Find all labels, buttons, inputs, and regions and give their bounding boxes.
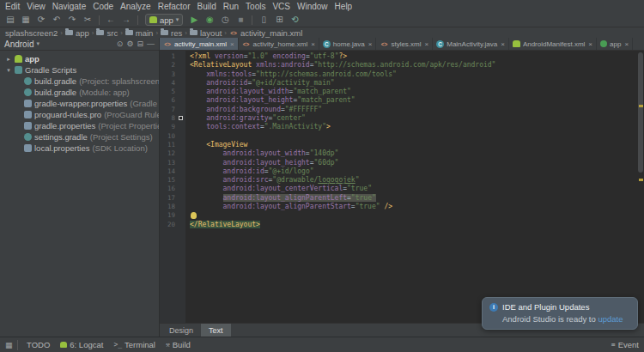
menu-item-edit[interactable]: Edit: [2, 0, 23, 13]
code-line[interactable]: 4 android:id="@+id/activity_main": [160, 79, 644, 88]
line-number[interactable]: 8: [160, 114, 178, 123]
code-line[interactable]: 7 android:background="#FFFFFF": [160, 106, 644, 114]
tree-item[interactable]: ▸app: [0, 53, 159, 64]
code-line[interactable]: 12 android:layout_width="140dp": [160, 149, 644, 158]
tree-item[interactable]: gradle-wrapper.properties(Gradle Version…: [0, 98, 159, 109]
line-number[interactable]: 16: [160, 185, 178, 193]
line-number[interactable]: 14: [160, 167, 178, 176]
editor-tab-activity-main-xml[interactable]: <>activity_main.xml×: [160, 38, 239, 50]
logcat-button[interactable]: 6: Logcat: [60, 340, 103, 349]
menu-item-build[interactable]: Build: [193, 0, 219, 13]
editor-tab-mainactivity-java[interactable]: CMainActivity.java×: [433, 38, 509, 50]
build-button[interactable]: ⚒Build: [166, 340, 191, 349]
menu-item-code[interactable]: Code: [89, 0, 117, 13]
line-number[interactable]: 20: [160, 221, 178, 229]
tree-item[interactable]: gradle.properties(Project Properties): [0, 120, 159, 131]
toolwindow-toggle-icon[interactable]: ▦: [5, 340, 18, 350]
line-number[interactable]: 5: [160, 88, 178, 96]
tree-item[interactable]: proguard-rules.pro(ProGuard Rules for ap…: [0, 109, 159, 120]
gradle-sync-icon[interactable]: ⟲: [288, 13, 301, 27]
line-number[interactable]: 17: [160, 194, 178, 203]
close-tab-icon[interactable]: ×: [368, 40, 373, 48]
line-number[interactable]: 1: [160, 52, 178, 61]
code-line[interactable]: 1<?xml version="1.0" encoding="utf-8"?>: [160, 52, 644, 61]
code-line[interactable]: 3 xmlns:tools="http://schemas.android.co…: [160, 70, 644, 79]
warning-stripe-mark[interactable]: [639, 105, 643, 107]
breadcrumb-item[interactable]: app: [65, 28, 89, 38]
stop-icon[interactable]: ■: [234, 13, 247, 27]
code-line[interactable]: 18 android:layout_alignParentStart="true…: [160, 203, 644, 211]
editor-tab-styles-xml[interactable]: <>styles.xml×: [376, 38, 433, 50]
code-line[interactable]: 13 android:layout_height="60dp": [160, 159, 644, 167]
line-number[interactable]: 3: [160, 70, 178, 79]
redo-icon[interactable]: ↷: [65, 13, 79, 27]
close-tab-icon[interactable]: ×: [588, 40, 592, 48]
line-number[interactable]: 10: [160, 132, 178, 141]
run-icon[interactable]: ▶: [187, 13, 201, 27]
menu-item-vcs[interactable]: VCS: [269, 0, 294, 13]
open-project-icon[interactable]: ▤: [3, 13, 17, 27]
menu-item-window[interactable]: Window: [294, 0, 331, 13]
breadcrumb-item[interactable]: splashscreen2: [5, 28, 58, 38]
tree-item[interactable]: local.properties(SDK Location): [0, 143, 159, 154]
breadcrumb-item[interactable]: src: [96, 28, 118, 38]
line-number[interactable]: 9: [160, 123, 178, 131]
settings-gear-icon[interactable]: ⚙: [126, 39, 133, 48]
code-line[interactable]: 20</RelativeLayout>: [160, 221, 644, 229]
line-number[interactable]: 19: [160, 211, 178, 220]
forward-icon[interactable]: →: [119, 13, 133, 27]
code-line[interactable]: 15 android:src="@drawable/logogojek": [160, 176, 644, 185]
line-number[interactable]: 7: [160, 106, 178, 114]
save-all-icon[interactable]: ▦: [19, 13, 33, 27]
back-icon[interactable]: ←: [104, 13, 118, 27]
menu-item-run[interactable]: Run: [220, 0, 242, 13]
code-line[interactable]: 11 <ImageView: [160, 141, 644, 149]
collapse-all-icon[interactable]: ⊟: [137, 39, 143, 48]
editor-tab-activity-home-xml[interactable]: <>activity_home.xml×: [239, 38, 319, 50]
line-number[interactable]: 15: [160, 176, 178, 185]
editor-tab-androidmanifest-xml[interactable]: AndroidManifest.xml×: [509, 38, 597, 50]
hide-panel-icon[interactable]: —: [147, 39, 155, 48]
line-number[interactable]: 6: [160, 96, 178, 105]
editor-marker[interactable]: [179, 116, 183, 120]
close-tab-icon[interactable]: ×: [624, 40, 629, 48]
terminal-button[interactable]: >_Terminal: [113, 340, 155, 349]
sdk-manager-icon[interactable]: ⊞: [272, 13, 286, 27]
code-line[interactable]: 6 android:layout_height="match_parent": [160, 96, 644, 105]
line-number[interactable]: 2: [160, 61, 178, 70]
line-number[interactable]: 13: [160, 159, 178, 167]
tree-chevron-icon[interactable]: ▾: [5, 67, 12, 74]
profiler-icon[interactable]: ◷: [218, 13, 232, 27]
tree-item[interactable]: build.gradle(Module: app): [0, 87, 159, 98]
tree-chevron-icon[interactable]: ▸: [5, 56, 12, 63]
editor-tab-home-java[interactable]: Chome.java×: [319, 38, 377, 50]
menu-item-view[interactable]: View: [23, 0, 49, 13]
tree-item[interactable]: settings.gradle(Project Settings): [0, 131, 159, 143]
line-number[interactable]: 4: [160, 79, 178, 88]
line-number[interactable]: 12: [160, 149, 178, 158]
menu-item-refactor[interactable]: Refactor: [155, 0, 194, 13]
code-line[interactable]: 2<RelativeLayout xmlns:android="http://s…: [160, 61, 644, 70]
bottom-tab-design[interactable]: Design: [161, 324, 201, 337]
sync-icon[interactable]: ⟳: [34, 13, 48, 27]
project-view-selector[interactable]: Android ▾: [4, 39, 39, 49]
run-config-selector[interactable]: app▾: [145, 14, 183, 26]
breadcrumb-item[interactable]: res: [161, 28, 182, 38]
menu-item-analyze[interactable]: Analyze: [117, 0, 155, 13]
tree-item[interactable]: ▾Gradle Scripts: [0, 64, 159, 76]
code-line[interactable]: 16 android:layout_centerVertical="true": [160, 185, 644, 193]
editor-tab-app[interactable]: app×: [597, 38, 633, 50]
intention-bulb-icon[interactable]: [191, 212, 197, 219]
menu-item-tools[interactable]: Tools: [242, 0, 269, 13]
warning-stripe-mark[interactable]: [639, 179, 643, 181]
code-line[interactable]: 10: [160, 132, 644, 141]
code-line[interactable]: 17 android:layout_alignParentLeft="true": [160, 194, 644, 203]
undo-icon[interactable]: ↶: [50, 13, 64, 27]
code-line[interactable]: 19: [160, 211, 644, 220]
locate-file-icon[interactable]: ⊙: [117, 39, 124, 48]
breadcrumb-item[interactable]: layout: [190, 28, 222, 38]
close-tab-icon[interactable]: ×: [501, 40, 505, 48]
code-line[interactable]: 5 android:layout_width="match_parent": [160, 88, 644, 96]
tree-item[interactable]: build.gradle(Project: splashscreen2): [0, 76, 159, 87]
code-line[interactable]: 14 android:id="@+id/logo": [160, 167, 644, 176]
